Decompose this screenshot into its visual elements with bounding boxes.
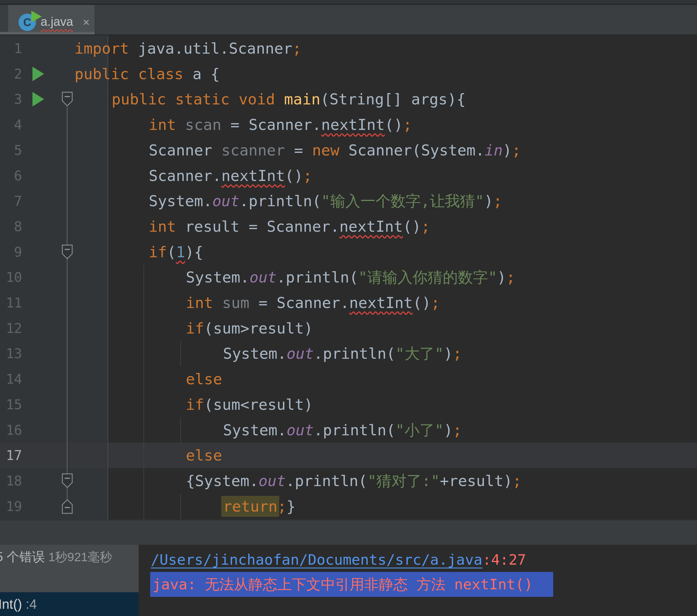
line-number: 6 <box>0 163 22 189</box>
code-line[interactable]: System.out.println("输入一个数字,让我猜"); <box>0 188 697 214</box>
line-number: 9 <box>0 239 22 265</box>
code-token: public static void <box>112 90 284 108</box>
code-token: else <box>186 446 222 464</box>
line-number: 15 <box>0 392 22 417</box>
code-line[interactable]: int sum = Scanner.nextInt(); <box>0 290 697 316</box>
line-number: 19 <box>0 494 22 519</box>
code-token: public class <box>75 65 183 83</box>
code-token: new <box>312 142 340 159</box>
code-line[interactable]: int scan = Scanner.nextInt(); <box>0 112 697 137</box>
code-line[interactable]: return;} <box>0 494 697 519</box>
line-number: 12 <box>0 316 22 341</box>
code-token: ; <box>493 192 502 210</box>
line-number: 16 <box>0 417 22 443</box>
compiler-error-message: java: 无法从静态上下文中引用非静态 方法 nextInt() <box>152 572 533 597</box>
code-token: result = Scanner. <box>176 218 340 235</box>
code-token: .println( <box>239 192 321 210</box>
code-token: } <box>286 498 295 515</box>
code-token: 1 <box>176 243 185 261</box>
run-icon[interactable] <box>32 92 44 106</box>
code-token: ) <box>484 192 493 210</box>
code-line[interactable]: public class a { <box>0 61 697 87</box>
build-time-label: 1秒921毫秒 <box>48 550 112 564</box>
line-number: 14 <box>0 366 22 392</box>
code-token: java.util.Scanner <box>129 40 293 57</box>
code-token: out <box>249 268 277 286</box>
fold-start-icon[interactable] <box>62 92 73 107</box>
code-token: ; <box>403 116 412 133</box>
code-line[interactable]: if(sum<result) <box>0 392 697 417</box>
code-token: ; <box>303 167 312 185</box>
code-token: out <box>212 192 239 210</box>
code-token: ; <box>512 142 521 159</box>
line-number: 18 <box>0 468 22 494</box>
code-line[interactable]: else <box>0 366 697 392</box>
code-token: ; <box>513 472 522 489</box>
code-line[interactable]: Scanner.nextInt(); <box>0 163 697 189</box>
build-console[interactable]: /Users/jinchaofan/Documents/src/a.java:4… <box>138 545 697 616</box>
tab-a-java[interactable]: C a.java ✕ <box>8 5 94 32</box>
code-line[interactable]: if(1){ <box>0 239 697 265</box>
code-token: ) <box>444 345 453 362</box>
ide-window: C a.java ✕ import java.util.Scanner;publ… <box>0 0 697 616</box>
code-token: ; <box>278 498 286 515</box>
code-token: System. <box>223 345 286 362</box>
code-editor[interactable]: import java.util.Scanner;public class a … <box>0 35 697 520</box>
code-line[interactable]: Scanner scanner = new Scanner(System.in)… <box>0 137 697 163</box>
code-line[interactable]: {System.out.println("猜对了:"+result); <box>0 468 697 494</box>
code-token: if <box>186 396 204 413</box>
code-token: if <box>149 243 167 261</box>
line-number: 2 <box>0 61 22 87</box>
console-link-row: /Users/jinchaofan/Documents/src/a.java:4… <box>151 552 526 568</box>
code-token: "小了" <box>396 421 444 439</box>
code-line[interactable]: int result = Scanner.nextInt(); <box>0 214 697 239</box>
code-token: (String[] args){ <box>321 90 466 108</box>
code-token: nextInt <box>350 294 413 311</box>
messages-panel: 5 个错误 1秒921毫秒 Int() :4 /Users/jinchaofan… <box>0 545 697 616</box>
fold-end-icon[interactable] <box>62 499 73 514</box>
code-token: "请输入你猜的数字" <box>358 268 497 286</box>
code-token: int <box>186 294 213 311</box>
code-token: sum <box>222 294 249 311</box>
code-line[interactable]: public static void main(String[] args){ <box>0 86 697 112</box>
fold-start-icon[interactable] <box>62 473 73 488</box>
code-token: return <box>223 498 278 515</box>
problems-tree-panel[interactable]: 5 个错误 1秒921毫秒 Int() :4 <box>0 545 138 616</box>
code-token: = Scanner. <box>249 294 349 311</box>
code-line[interactable]: if(sum>result) <box>0 316 697 341</box>
code-token: "猜对了:" <box>367 472 440 489</box>
code-line[interactable]: System.out.println("请输入你猜的数字"); <box>0 264 697 290</box>
code-line[interactable]: import java.util.Scanner; <box>0 36 697 61</box>
selected-error-tree-row[interactable]: Int() :4 <box>0 592 138 616</box>
code-line[interactable]: else <box>0 443 697 468</box>
line-number: 11 <box>0 290 22 316</box>
close-icon[interactable]: ✕ <box>83 12 90 32</box>
code-token: ; <box>453 345 462 362</box>
code-token: nextInt <box>221 167 285 185</box>
file-link[interactable]: /Users/jinchaofan/Documents/src/a.java <box>151 551 483 568</box>
line-number: 4 <box>0 112 22 137</box>
code-token: ) <box>497 268 506 286</box>
editor-tab-bar <box>0 5 697 35</box>
code-token: "输入一个数字,让我猜" <box>321 192 484 210</box>
file-link-location: :4:27 <box>483 551 526 568</box>
line-number: 13 <box>0 341 22 366</box>
run-icon[interactable] <box>32 67 44 81</box>
line-number: 1 <box>0 36 22 61</box>
code-line[interactable]: System.out.println("大了"); <box>0 341 697 366</box>
code-token: Scanner <box>149 142 221 159</box>
code-token: (sum<result) <box>204 396 313 413</box>
selected-error-label: Int() :4 <box>0 592 37 616</box>
toolwindow-gap <box>0 520 697 545</box>
code-token: () <box>413 294 431 311</box>
code-token: System. <box>223 421 286 439</box>
fold-start-icon[interactable] <box>62 245 73 260</box>
selected-console-row[interactable]: java: 无法从静态上下文中引用非静态 方法 nextInt() <box>150 572 553 597</box>
code-line[interactable]: System.out.println("小了"); <box>0 417 697 443</box>
code-token: System. <box>149 192 212 210</box>
code-token: out <box>286 345 314 362</box>
code-token: Scanner. <box>149 167 221 185</box>
error-location-suffix: :4 <box>22 597 37 612</box>
code-token: (sum>result) <box>204 320 313 337</box>
code-token: main <box>284 90 321 108</box>
